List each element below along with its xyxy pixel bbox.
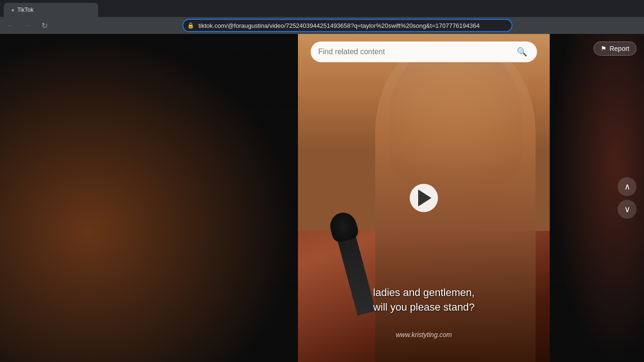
search-button[interactable]: 🔍 <box>514 44 529 59</box>
subtitle-line-1: ladies and gentlemen, <box>298 286 550 300</box>
back-button[interactable]: ← <box>4 19 17 32</box>
search-bar-overlay: 🔍 <box>311 41 537 62</box>
address-bar-container: 🔒 <box>182 19 512 32</box>
video-watermark: www.kristyting.com <box>298 331 550 338</box>
find-related-input[interactable] <box>318 48 511 56</box>
video-frame: ladies and gentlemen, will you please st… <box>298 34 550 362</box>
page-content: ladies and gentlemen, will you please st… <box>0 34 644 362</box>
reload-button[interactable]: ↻ <box>38 19 51 32</box>
nav-down-button[interactable]: ∨ <box>618 200 636 219</box>
report-label: Report <box>610 45 629 52</box>
forward-button[interactable]: → <box>21 19 34 32</box>
toolbar: ← → ↻ 🔒 <box>0 17 644 34</box>
subtitle-line-2: will you please stand? <box>298 300 550 315</box>
address-bar-wrapper: 🔒 <box>182 19 512 32</box>
report-button[interactable]: ⚑ Report <box>594 41 636 56</box>
nav-up-button[interactable]: ∧ <box>618 177 636 196</box>
address-input[interactable] <box>182 19 512 32</box>
report-icon: ⚑ <box>601 45 607 52</box>
video-container: ladies and gentlemen, will you please st… <box>298 34 550 362</box>
video-subtitle: ladies and gentlemen, will you please st… <box>298 286 550 315</box>
active-tab[interactable]: ● TikTok <box>4 3 98 17</box>
nav-arrows: ∧ ∨ <box>618 177 636 219</box>
play-icon <box>418 189 431 206</box>
browser-chrome: ● TikTok ← → ↻ 🔒 <box>0 0 644 34</box>
search-icon: 🔍 <box>517 47 527 57</box>
play-button[interactable] <box>410 184 438 212</box>
sidebar-left <box>0 34 298 362</box>
sidebar-right: ✕ ⚑ Report ∧ ∨ <box>550 34 644 362</box>
tab-bar: ● TikTok <box>0 0 644 17</box>
